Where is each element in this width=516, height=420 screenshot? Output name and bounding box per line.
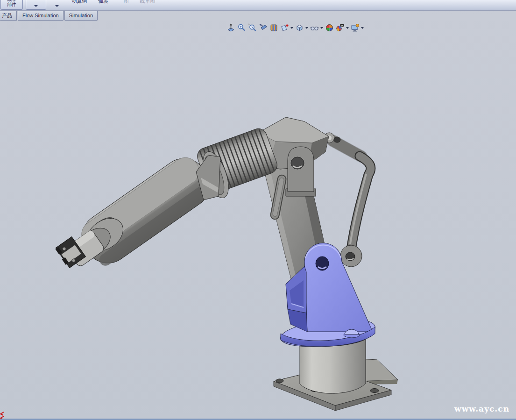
tab-product[interactable]: 产品 <box>0 11 17 21</box>
tab-flow-simulation[interactable]: Flow Simulation <box>18 11 64 21</box>
axis-table-label: 轴表 <box>98 0 108 4</box>
motion-study-label: 动算例 <box>72 0 87 4</box>
toolbar-dropdown-1[interactable] <box>26 0 46 10</box>
command-tabs: 产品 Flow Simulation Simulation <box>0 11 99 21</box>
view-toolbar <box>226 23 365 33</box>
zoom-to-fit-icon[interactable] <box>226 23 236 33</box>
chevron-down-icon <box>55 5 59 7</box>
apply-scene-curtain-icon[interactable] <box>269 23 279 33</box>
hide-components-label-bottom: 部件 <box>7 2 16 7</box>
diagram-label: 图 <box>124 0 129 4</box>
robot-arm-model <box>0 10 516 420</box>
motion-study-button[interactable]: 动算例 <box>68 0 91 10</box>
view-orientation-icon[interactable] <box>279 23 290 33</box>
zoom-to-area-icon[interactable] <box>236 23 247 33</box>
edit-appearance-icon[interactable] <box>324 23 335 33</box>
line-diagram-label: 线单图 <box>140 0 156 4</box>
scene-settings-dropdown[interactable] <box>346 27 349 29</box>
view-settings-dropdown[interactable] <box>361 27 364 29</box>
watermark: www.ayc.cn <box>454 404 509 413</box>
previous-view-icon[interactable] <box>247 23 258 33</box>
tab-simulation[interactable]: Simulation <box>64 11 98 21</box>
top-toolbar: 藏零 部件 动算例 轴表 图 线单图 <box>0 0 516 11</box>
diagram-button[interactable]: 图 <box>117 0 135 10</box>
view-orientation-dropdown[interactable] <box>290 27 293 29</box>
scene-settings-icon[interactable] <box>335 23 346 33</box>
tab-product-label: 产品 <box>2 13 12 18</box>
line-diagram-button[interactable]: 线单图 <box>136 0 159 10</box>
chevron-down-icon <box>34 5 38 7</box>
display-style-icon[interactable] <box>294 23 305 33</box>
view-settings-icon[interactable] <box>350 23 360 33</box>
hide-show-items-icon[interactable] <box>309 23 320 33</box>
hide-components-button[interactable]: 藏零 部件 <box>0 0 23 10</box>
hide-show-items-dropdown[interactable] <box>320 27 323 29</box>
toolbar-dropdown-2[interactable] <box>48 0 66 10</box>
graphics-area[interactable]: www.ayc.cn <box>0 10 516 420</box>
tab-simulation-label: Simulation <box>69 13 93 18</box>
tab-flow-simulation-label: Flow Simulation <box>22 13 59 18</box>
display-style-dropdown[interactable] <box>305 27 308 29</box>
section-view-icon[interactable] <box>258 23 269 33</box>
axis-table-button[interactable]: 轴表 <box>92 0 114 10</box>
